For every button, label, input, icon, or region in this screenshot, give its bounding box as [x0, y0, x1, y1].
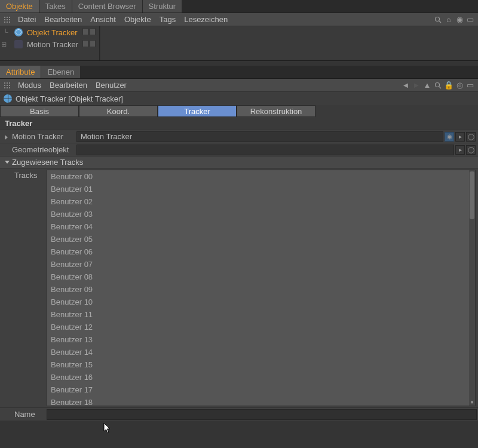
motion-tracker-input[interactable]: Motion Tracker [76, 131, 443, 142]
tab-attribute[interactable]: Attribute [0, 66, 41, 78]
list-item[interactable]: Benutzer 10 [47, 296, 475, 308]
tree-row-motion-tracker[interactable]: ⊞ Motion Tracker [0, 38, 478, 50]
picker-icon[interactable]: ◯ [466, 145, 476, 155]
field-label-geometrieobjekt: Geometrieobjekt [0, 145, 76, 154]
object-tree: └ Objekt Tracker ⊞ Motion Tracker [0, 26, 478, 61]
home-icon[interactable]: ⌂ [445, 16, 453, 24]
list-item[interactable]: Benutzer 18 [47, 396, 475, 406]
up-icon[interactable]: ▲ [423, 81, 431, 90]
tree-expand-icon[interactable]: ⊞ [1, 41, 12, 48]
globe-icon [4, 94, 12, 103]
svg-point-2 [436, 82, 440, 87]
attribute-title: Objekt Tracker [Objekt Tracker] [16, 94, 123, 103]
attribute-tabbar: AttributeEbenen [0, 66, 478, 79]
tree-label[interactable]: Objekt Tracker [25, 28, 79, 37]
collapse-zugewiesene-tracks[interactable]: Zugewiesene Tracks [0, 156, 478, 168]
forward-icon[interactable]: ► [412, 81, 421, 90]
field-label-tracks: Tracks [0, 168, 47, 180]
restore-icon[interactable]: ▭ [466, 81, 474, 90]
tree-separator[interactable] [99, 26, 100, 60]
list-item[interactable]: Benutzer 17 [47, 383, 475, 396]
arrow-right-icon[interactable]: ▸ [455, 132, 465, 142]
menu-bearbeiten[interactable]: Bearbeiten [44, 15, 82, 24]
target-icon[interactable]: ◎ [455, 81, 464, 90]
field-label-motion-tracker: Motion Tracker [0, 132, 76, 141]
name-input[interactable] [47, 409, 477, 420]
list-item[interactable]: Benutzer 09 [47, 283, 475, 296]
tracks-row: Tracks Benutzer 00Benutzer 01Benutzer 02… [0, 168, 478, 407]
list-item[interactable]: Benutzer 04 [47, 220, 475, 233]
section-tracker: Tracker [0, 117, 478, 130]
scrollbar-thumb[interactable] [470, 171, 474, 219]
scrollbar[interactable]: ▾ [469, 170, 475, 406]
tab-ebenen[interactable]: Ebenen [41, 66, 81, 78]
attribute-menubar: ModusBearbeitenBenutzer ◄ ► ▲ 🔒 ◎ ▭ [0, 79, 478, 92]
field-motion-tracker: Motion Tracker Motion Tracker ◉ ▸ ◯ [0, 130, 478, 143]
subtab-basis[interactable]: Basis [0, 105, 79, 117]
list-item[interactable]: Benutzer 11 [47, 308, 475, 321]
menu-modus[interactable]: Modus [18, 81, 41, 90]
attribute-subtabs: BasisKoord.TrackerRekonstruktion [0, 105, 478, 117]
back-icon[interactable]: ◄ [402, 81, 410, 90]
search-icon[interactable] [434, 81, 442, 90]
objects-menubar: DateiBearbeitenAnsichtObjekteTagsLesezei… [0, 13, 478, 26]
list-item[interactable]: Benutzer 13 [47, 333, 475, 346]
motion-icon [14, 40, 23, 48]
visibility-toggle[interactable] [82, 40, 88, 47]
list-item[interactable]: Benutzer 02 [47, 195, 475, 208]
objects-tabbar: ObjekteTakesContent BrowserStruktur [0, 0, 478, 13]
cursor-icon [103, 422, 112, 434]
list-item[interactable]: Benutzer 05 [47, 233, 475, 246]
list-item[interactable]: Benutzer 15 [47, 358, 475, 371]
subtab-tracker[interactable]: Tracker [158, 105, 237, 117]
menu-objekte[interactable]: Objekte [124, 15, 151, 24]
search-icon[interactable] [434, 16, 442, 24]
tab-objekte[interactable]: Objekte [0, 0, 39, 13]
render-toggle[interactable] [90, 28, 96, 35]
picker-icon[interactable]: ◯ [466, 132, 476, 142]
tree-row-objekt-tracker[interactable]: └ Objekt Tracker [0, 26, 478, 38]
svg-line-3 [439, 87, 441, 88]
menu-ansicht[interactable]: Ansicht [90, 15, 116, 24]
link-icon[interactable]: ◉ [445, 132, 454, 142]
collapse-label: Zugewiesene Tracks [12, 158, 83, 167]
menu-benutzer[interactable]: Benutzer [96, 81, 127, 90]
tab-takes[interactable]: Takes [39, 0, 72, 13]
tree-connector: └ [4, 29, 12, 36]
tab-content-browser[interactable]: Content Browser [72, 0, 143, 13]
field-geometrieobjekt: Geometrieobjekt ▸ ◯ [0, 143, 478, 156]
restore-icon[interactable]: ▭ [466, 16, 474, 24]
list-item[interactable]: Benutzer 01 [47, 183, 475, 195]
menu-lesezeichen[interactable]: Lesezeichen [184, 15, 228, 24]
menu-datei[interactable]: Datei [18, 15, 36, 24]
menu-tags[interactable]: Tags [160, 15, 176, 24]
list-item[interactable]: Benutzer 14 [47, 346, 475, 358]
list-item[interactable]: Benutzer 12 [47, 321, 475, 333]
tracks-list[interactable]: Benutzer 00Benutzer 01Benutzer 02Benutze… [47, 170, 476, 406]
arrow-right-icon[interactable]: ▸ [455, 145, 465, 155]
menu-bearbeiten[interactable]: Bearbeiten [50, 81, 87, 90]
subtab-koord[interactable]: Koord. [79, 105, 158, 117]
subtab-rekonstruktion[interactable]: Rekonstruktion [237, 105, 315, 117]
list-item[interactable]: Benutzer 06 [47, 246, 475, 258]
list-item[interactable]: Benutzer 16 [47, 371, 475, 383]
tree-label[interactable]: Motion Tracker [25, 40, 80, 49]
scroll-down-icon[interactable]: ▾ [469, 400, 475, 406]
list-item[interactable]: Benutzer 08 [47, 271, 475, 283]
render-toggle[interactable] [90, 40, 96, 47]
grip-icon[interactable] [4, 82, 11, 89]
list-item[interactable]: Benutzer 00 [47, 170, 475, 183]
geometrieobjekt-input[interactable] [76, 145, 454, 155]
eye-icon[interactable]: ◉ [455, 16, 464, 24]
grip-icon[interactable] [4, 16, 11, 23]
field-name: Name [0, 407, 478, 421]
lock-icon[interactable]: 🔒 [445, 81, 453, 90]
visibility-toggle[interactable] [82, 28, 88, 35]
field-label-name: Name [0, 410, 47, 419]
list-item[interactable]: Benutzer 03 [47, 208, 475, 220]
globe-icon [14, 28, 23, 36]
tab-struktur[interactable]: Struktur [143, 0, 183, 13]
svg-line-1 [439, 21, 441, 23]
attribute-object-header: Objekt Tracker [Objekt Tracker] [0, 92, 478, 105]
list-item[interactable]: Benutzer 07 [47, 258, 475, 271]
